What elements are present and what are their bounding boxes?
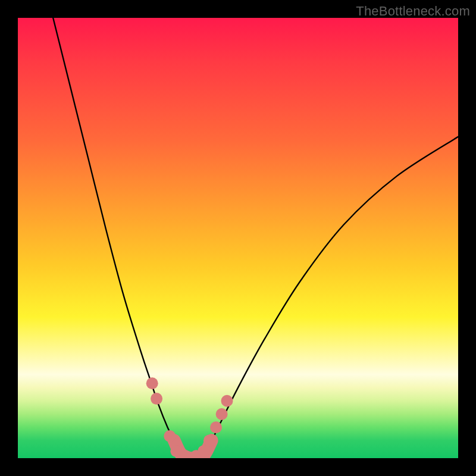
plot-area: [18, 18, 458, 458]
curve-right-curve: [203, 137, 458, 454]
marker-dot: [146, 377, 158, 389]
curve-left-curve: [53, 18, 181, 454]
marker-dot: [216, 408, 228, 420]
marker-dot: [151, 393, 162, 405]
chart-frame: TheBottleneck.com: [0, 0, 476, 476]
curve-layer: [18, 18, 458, 458]
marker-dot: [203, 434, 215, 446]
marker-dot: [221, 395, 233, 407]
watermark-text: TheBottleneck.com: [356, 4, 470, 19]
marker-dot: [198, 445, 209, 457]
marker-dot: [210, 421, 222, 433]
marker-dot: [164, 430, 176, 442]
